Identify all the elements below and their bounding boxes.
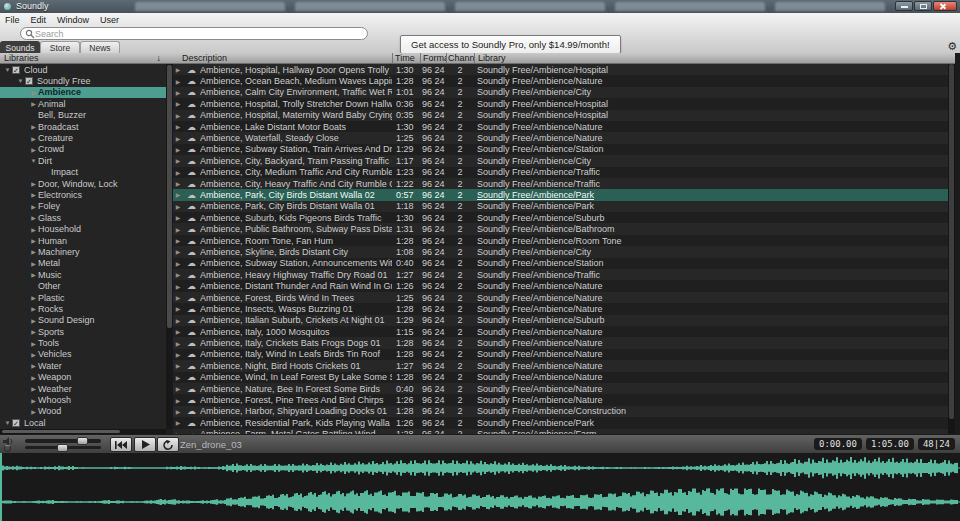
chevron-right-icon[interactable]: ▶ <box>29 374 38 381</box>
chevron-right-icon[interactable]: ▶ <box>29 294 38 301</box>
table-row[interactable]: ▶☁Ambience, Italian Suburb, Crickets At … <box>173 315 948 326</box>
chevron-right-icon[interactable]: ▶ <box>29 226 38 233</box>
row-expand-chevron-right-icon[interactable]: ▶ <box>173 226 183 233</box>
table-row[interactable]: ▶☁Ambience, Ocean Beach, Medium Waves La… <box>173 75 948 86</box>
chevron-right-icon[interactable]: ▶ <box>29 237 38 244</box>
table-row[interactable]: ▶☁Ambience, Public Bathroom, Subway Pass… <box>173 223 948 234</box>
row-expand-chevron-right-icon[interactable]: ▶ <box>173 408 183 415</box>
tree-item-plastic[interactable]: ▶Plastic <box>0 292 166 303</box>
table-row[interactable]: ▶☁Ambience, Park, City Birds Distant Wal… <box>173 201 948 212</box>
search-box[interactable] <box>20 27 368 40</box>
table-row[interactable]: ▶☁Ambience, City, Backyard, Tram Passing… <box>173 155 948 166</box>
row-expand-chevron-right-icon[interactable]: ▶ <box>173 100 183 107</box>
row-expand-chevron-right-icon[interactable]: ▶ <box>173 135 183 142</box>
table-row[interactable]: ▶☁Ambience, Waterfall, Steady Close1:259… <box>173 132 948 143</box>
search-input[interactable] <box>35 29 355 39</box>
library-checkbox[interactable]: ✓ <box>12 66 20 74</box>
chevron-right-icon[interactable]: ▶ <box>29 191 38 198</box>
table-row[interactable]: ▶☁Ambience, City, Medium Traffic And Cit… <box>173 167 948 178</box>
skip-to-start-button[interactable] <box>110 437 132 452</box>
tree-item-human[interactable]: ▶Human <box>0 235 166 246</box>
row-expand-chevron-right-icon[interactable]: ▶ <box>173 317 183 324</box>
table-row[interactable]: ▶☁Ambience, Night, Bird Hoots Crickets 0… <box>173 360 948 371</box>
chevron-right-icon[interactable]: ▶ <box>29 180 38 187</box>
tree-item-wood[interactable]: ▶Wood <box>0 406 166 417</box>
chevron-right-icon[interactable]: ▶ <box>29 146 38 153</box>
chevron-right-icon[interactable]: ▶ <box>29 362 38 369</box>
waveform-display[interactable] <box>0 453 960 521</box>
row-expand-chevron-right-icon[interactable]: ▶ <box>173 203 183 210</box>
table-row[interactable]: ▶☁Ambience, Forest, Pine Trees And Bird … <box>173 394 948 405</box>
chevron-right-icon[interactable]: ▶ <box>29 317 38 324</box>
row-expand-chevron-right-icon[interactable]: ▶ <box>173 385 183 392</box>
row-expand-chevron-right-icon[interactable]: ▶ <box>173 397 183 404</box>
tree-item-electronics[interactable]: ▶Electronics <box>0 189 166 200</box>
row-expand-chevron-right-icon[interactable]: ▶ <box>173 248 183 255</box>
sidebar-vertical-scrollbar[interactable] <box>166 64 173 429</box>
row-expand-chevron-right-icon[interactable]: ▶ <box>173 351 183 358</box>
tree-item-foley[interactable]: ▶Foley <box>0 201 166 212</box>
table-row[interactable]: ▶☁Ambience, Room Tone, Fan Hum1:2896 242… <box>173 235 948 246</box>
table-row[interactable]: ▶☁Ambience, Italy, Crickets Bats Frogs D… <box>173 337 948 348</box>
chevron-right-icon[interactable]: ▶ <box>29 100 38 107</box>
table-row[interactable]: ▶☁Ambience, Wind, In Leaf Forest By Lake… <box>173 372 948 383</box>
tab-store[interactable]: Store <box>40 41 80 53</box>
tree-item-broadcast[interactable]: ▶Broadcast <box>0 121 166 132</box>
pan-knob[interactable] <box>4 445 11 452</box>
row-expand-chevron-right-icon[interactable]: ▶ <box>173 328 183 335</box>
tree-item-weapon[interactable]: ▶Weapon <box>0 372 166 383</box>
table-row[interactable]: ▶☁Ambience, Skyline, Birds Distant City1… <box>173 246 948 257</box>
table-row[interactable]: ▶☁Ambience, Hospital, Maternity Ward Bab… <box>173 110 948 121</box>
table-row[interactable]: ▶☁Ambience, Nature, Bee In Forest Some B… <box>173 383 948 394</box>
chevron-right-icon[interactable]: ▶ <box>29 214 38 221</box>
row-expand-chevron-right-icon[interactable]: ▶ <box>173 146 183 153</box>
chevron-down-icon[interactable]: ▼ <box>3 420 12 426</box>
tree-item-machinery[interactable]: ▶Machinery <box>0 246 166 257</box>
chevron-right-icon[interactable]: ▶ <box>29 385 38 392</box>
tree-item-vehicles[interactable]: ▶Vehicles <box>0 349 166 360</box>
close-button[interactable] <box>933 1 957 11</box>
row-expand-chevron-right-icon[interactable]: ▶ <box>173 214 183 221</box>
tree-item-music[interactable]: ▶Music <box>0 269 166 280</box>
tree-item-weather[interactable]: ▶Weather <box>0 383 166 394</box>
table-row[interactable]: ▶☁Ambience, Heavy Highway Traffic Dry Ro… <box>173 269 948 280</box>
table-row[interactable]: ▶☁Ambience, Italy, 1000 Mosquitos1:1596 … <box>173 326 948 337</box>
table-row[interactable]: ▶☁Ambience, Subway Station, Announcement… <box>173 258 948 269</box>
chevron-right-icon[interactable]: ▶ <box>29 271 38 278</box>
row-expand-chevron-right-icon[interactable]: ▶ <box>173 112 183 119</box>
column-header-library[interactable]: Library <box>474 53 955 63</box>
table-row[interactable]: ▶☁Ambience, Hospital, Hallway Door Opens… <box>173 64 948 75</box>
row-expand-chevron-right-icon[interactable]: ▶ <box>173 89 183 96</box>
os-titlebar[interactable]: Soundly <box>0 0 960 13</box>
tab-sounds[interactable]: Sounds <box>0 41 40 53</box>
chevron-right-icon[interactable]: ▶ <box>29 408 38 415</box>
play-button[interactable] <box>134 437 156 452</box>
row-expand-chevron-right-icon[interactable]: ▶ <box>173 157 183 164</box>
tree-item-dirt[interactable]: ▼Dirt <box>0 155 166 166</box>
chevron-right-icon[interactable]: ▶ <box>29 89 38 96</box>
row-expand-chevron-right-icon[interactable]: ▶ <box>173 340 183 347</box>
table-row[interactable]: ▶☁Ambience, Subway Station, Train Arrive… <box>173 144 948 155</box>
tab-news[interactable]: News <box>80 41 120 53</box>
tree-item-metal[interactable]: ▶Metal <box>0 258 166 269</box>
tree-item-ambience[interactable]: ▶Ambience <box>0 87 166 98</box>
row-expand-chevron-right-icon[interactable]: ▶ <box>173 66 183 73</box>
chevron-right-icon[interactable]: ▶ <box>29 203 38 210</box>
chevron-right-icon[interactable]: ▶ <box>29 135 38 142</box>
column-header-description[interactable]: Description <box>173 53 392 63</box>
table-row[interactable]: ▶☁Ambience, Suburb, Kids Pigeons Birds T… <box>173 212 948 223</box>
tree-item-glass[interactable]: ▶Glass <box>0 212 166 223</box>
sort-down-icon[interactable]: ↓ <box>157 53 162 64</box>
tree-item-local[interactable]: ▼✓Local <box>0 417 166 428</box>
menu-item-file[interactable]: File <box>5 15 20 25</box>
table-row[interactable]: ▶☁Ambience, Italy, Wind In Leafs Birds T… <box>173 349 948 360</box>
tree-item-soundly-free[interactable]: ▼✓Soundly Free <box>0 75 166 86</box>
table-row[interactable]: ▶☁Ambience, Calm City Environment, Traff… <box>173 87 948 98</box>
tree-item-rocks[interactable]: ▶Rocks <box>0 303 166 314</box>
row-expand-chevron-right-icon[interactable]: ▶ <box>173 237 183 244</box>
column-header-format[interactable]: Format <box>420 53 446 63</box>
library-checkbox[interactable]: ✓ <box>25 77 33 85</box>
tree-item-sound-design[interactable]: ▶Sound Design <box>0 315 166 326</box>
table-row[interactable]: ▶☁Ambience, Hospital, Trolly Stretcher D… <box>173 98 948 109</box>
table-row[interactable]: ▶☁Ambience, Residential Park, Kids Playi… <box>173 417 948 428</box>
